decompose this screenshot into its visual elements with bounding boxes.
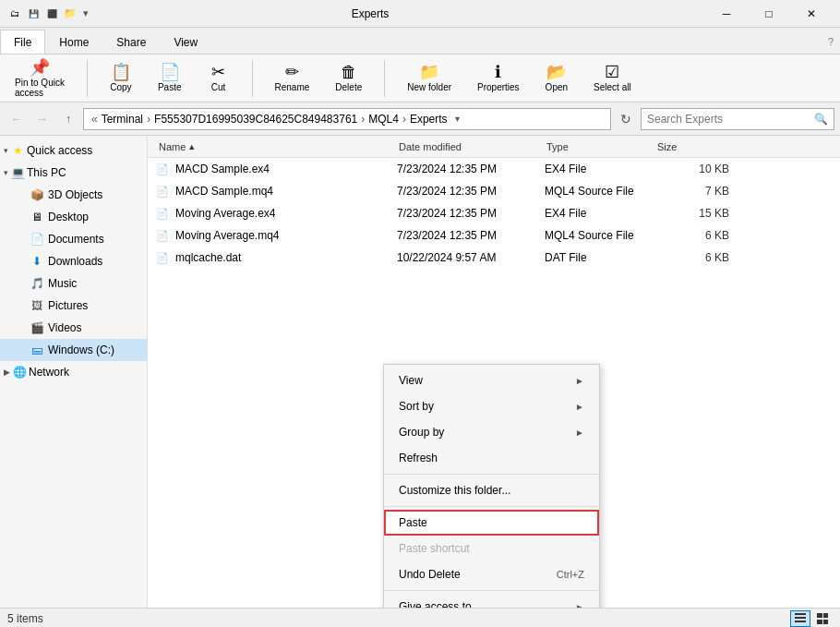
sidebar-label-documents: Documents <box>48 233 139 246</box>
maximize-button[interactable]: □ <box>748 0 790 28</box>
file-icon: 📄 <box>155 184 170 199</box>
open-button[interactable]: 📂 Open <box>538 60 575 96</box>
pin-icon: 📌 <box>30 59 50 76</box>
ctx-label: Sort by <box>399 400 575 413</box>
ctx-label: View <box>399 374 575 387</box>
ctx-item-group-by[interactable]: Group by ► <box>384 419 599 445</box>
svg-rect-3 <box>817 613 822 618</box>
path-terminal[interactable]: Terminal <box>102 113 143 126</box>
file-size: 15 KB <box>655 207 729 220</box>
file-rows-container: 📄 MACD Sample.ex4 7/23/2024 12:35 PM EX4… <box>148 158 840 269</box>
separator3 <box>384 60 385 97</box>
ribbon-help-icon[interactable]: ? <box>822 30 840 54</box>
tab-view[interactable]: View <box>160 30 211 54</box>
file-date: 7/23/2024 12:35 PM <box>397 185 545 198</box>
ctx-item-refresh[interactable]: Refresh <box>384 445 599 471</box>
file-size: 6 KB <box>655 229 729 242</box>
sidebar-section-quickaccess[interactable]: ▾ ★ Quick access <box>0 139 147 162</box>
col-header-size[interactable]: Size <box>654 136 727 157</box>
file-name: Moving Average.mq4 <box>175 229 397 242</box>
path-dropdown-arrow[interactable]: ▾ <box>455 114 460 124</box>
ctx-item-sort-by[interactable]: Sort by ► <box>384 393 599 419</box>
file-icon: 📄 <box>155 228 170 243</box>
cut-button[interactable]: ✂ Cut <box>200 60 237 96</box>
path-sep3: › <box>402 113 406 126</box>
path-mql4[interactable]: MQL4 <box>368 113 399 126</box>
select-all-button[interactable]: ☑ Select all <box>586 60 639 96</box>
downloads-icon: ⬇ <box>30 254 44 269</box>
sidebar-item-3dobjects[interactable]: 📦 3D Objects <box>0 184 147 206</box>
window-controls: ─ □ ✕ <box>705 0 833 28</box>
ctx-item-paste[interactable]: Paste <box>384 510 599 536</box>
table-row[interactable]: 📄 MACD Sample.mq4 7/23/2024 12:35 PM MQL… <box>148 180 840 202</box>
separator2 <box>252 60 253 97</box>
col-header-name[interactable]: Name ▲ <box>155 136 395 157</box>
table-row[interactable]: 📄 mqlcache.dat 10/22/2024 9:57 AM DAT Fi… <box>148 247 840 269</box>
sidebar-item-music[interactable]: 🎵 Music <box>0 272 147 295</box>
app-icon: 🗂 <box>7 6 22 21</box>
tab-share[interactable]: Share <box>102 30 160 54</box>
path-breadcrumb-icon: « <box>91 113 98 126</box>
delete-button[interactable]: 🗑 Delete <box>328 60 369 96</box>
sidebar-label-3dobjects: 3D Objects <box>48 188 139 201</box>
ctx-label: Paste <box>399 516 584 529</box>
ctx-item-customize[interactable]: Customize this folder... <box>384 477 599 503</box>
sidebar-item-pictures[interactable]: 🖼 Pictures <box>0 295 147 317</box>
ribbon-content: 📌 Pin to Quickaccess 📋 Copy 📄 Paste ✂ Cu… <box>0 54 840 102</box>
svg-rect-6 <box>823 620 828 624</box>
address-path[interactable]: « Terminal › F555307D16995039C84625C8494… <box>83 108 611 130</box>
table-row[interactable]: 📄 Moving Average.ex4 7/23/2024 12:35 PM … <box>148 202 840 224</box>
forward-button[interactable]: → <box>31 108 54 130</box>
tab-file[interactable]: File <box>0 30 45 54</box>
table-row[interactable]: 📄 Moving Average.mq4 7/23/2024 12:35 PM … <box>148 224 840 247</box>
col-header-date[interactable]: Date modified <box>395 136 543 157</box>
sidebar-item-windowsc[interactable]: 🖴 Windows (C:) <box>0 339 147 361</box>
copy-button[interactable]: 📋 Copy <box>102 60 139 96</box>
file-name: mqlcache.dat <box>175 251 397 264</box>
search-input[interactable] <box>647 113 810 126</box>
col-header-type[interactable]: Type <box>543 136 654 157</box>
back-button[interactable]: ← <box>6 108 28 130</box>
ctx-item-give-access[interactable]: Give access to ► <box>384 594 599 608</box>
close-button[interactable]: ✕ <box>790 0 833 28</box>
quickaccess-icon: ★ <box>10 143 25 158</box>
sidebar-section-thispc[interactable]: ▾ 💻 This PC <box>0 162 147 184</box>
table-row[interactable]: 📄 MACD Sample.ex4 7/23/2024 12:35 PM EX4… <box>148 158 840 180</box>
sidebar-item-documents[interactable]: 📄 Documents <box>0 228 147 250</box>
file-size: 10 KB <box>655 163 729 175</box>
new-folder-button[interactable]: 📁 New folder <box>400 60 459 96</box>
refresh-button[interactable]: ↻ <box>615 108 637 130</box>
sidebar-label-pictures: Pictures <box>48 299 139 312</box>
ribbon-tabs: File Home Share View ? <box>0 28 840 54</box>
ctx-submenu-arrow: ► <box>575 376 584 386</box>
rename-button[interactable]: ✏ Rename <box>268 60 318 96</box>
up-button[interactable]: ↑ <box>57 108 79 130</box>
sidebar-label-music: Music <box>48 277 139 290</box>
list-view-icon <box>816 612 829 625</box>
file-size: 6 KB <box>655 251 729 264</box>
pictures-icon: 🖼 <box>30 298 44 313</box>
sidebar-item-videos[interactable]: 🎬 Videos <box>0 317 147 339</box>
chevron-thispc: ▾ <box>4 168 8 177</box>
view-details-button[interactable] <box>790 610 810 627</box>
path-experts[interactable]: Experts <box>410 113 448 126</box>
select-all-icon: ☑ <box>605 64 619 80</box>
svg-rect-0 <box>795 613 806 615</box>
ctx-label: Give access to <box>399 600 575 608</box>
ctx-item-undo-delete[interactable]: Undo Delete Ctrl+Z <box>384 561 599 587</box>
view-list-button[interactable] <box>812 610 833 627</box>
ctx-label: Customize this folder... <box>399 484 584 497</box>
tab-home[interactable]: Home <box>45 30 102 54</box>
sidebar-item-desktop[interactable]: 🖥 Desktop <box>0 206 147 228</box>
paste-button[interactable]: 📄 Paste <box>150 60 189 96</box>
properties-button[interactable]: ℹ Properties <box>470 60 527 96</box>
path-sep1: › <box>147 113 150 126</box>
path-hash[interactable]: F555307D16995039C84625C849483761 <box>154 113 357 126</box>
minimize-button[interactable]: ─ <box>705 0 748 28</box>
sidebar-item-downloads[interactable]: ⬇ Downloads <box>0 250 147 272</box>
sidebar-section-network[interactable]: ▶ 🌐 Network <box>0 361 147 383</box>
ctx-item-view[interactable]: View ► <box>384 368 599 393</box>
file-type: EX4 File <box>545 163 655 175</box>
pin-button[interactable]: 📌 Pin to Quickaccess <box>7 55 72 102</box>
chevron-network: ▶ <box>4 368 10 377</box>
